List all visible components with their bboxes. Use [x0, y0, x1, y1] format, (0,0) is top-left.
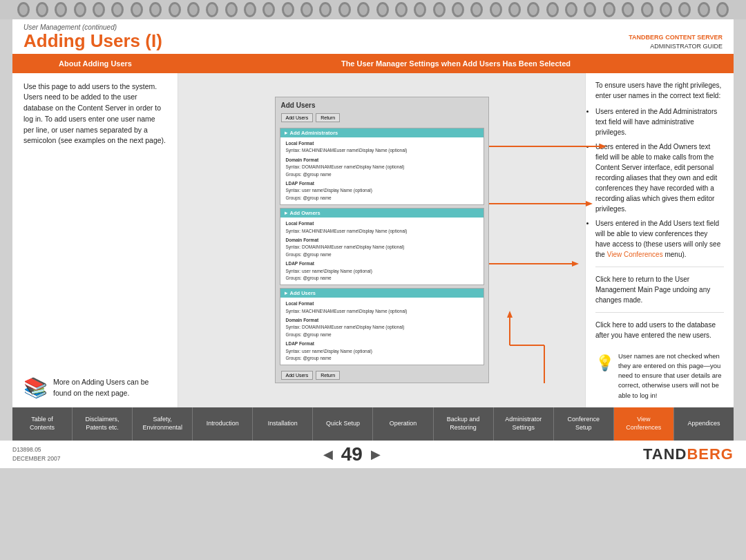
add-users-label: Add Users	[290, 290, 316, 296]
ui-btn-row-top: Add Users Return	[276, 110, 488, 125]
add-admins-label: Add Administrators	[290, 130, 338, 136]
add-admins-content: Local Format Syntax: MACHINE\NAMEuser na…	[280, 137, 484, 204]
spiral-ring	[698, 2, 710, 17]
spiral-ring	[622, 2, 634, 17]
spiral-ring	[490, 2, 502, 17]
nav-safety[interactable]: Safety,Environmental	[133, 407, 193, 441]
nav-operation[interactable]: Operation	[373, 407, 433, 441]
spiral-ring	[244, 2, 256, 17]
adding-users-link[interactable]: Adding Users	[82, 378, 125, 386]
spiral-ring	[131, 2, 143, 17]
left-para1: Use this page to add users to the system…	[23, 81, 166, 93]
spiral-ring	[74, 2, 86, 17]
return-btn-top[interactable]: Return	[316, 113, 340, 122]
nav-backup[interactable]: Backup andRestoring	[434, 407, 494, 441]
left-bottom: 📚 More on Adding Users can be found on t…	[23, 363, 166, 399]
spiral-ring	[357, 2, 370, 17]
divider2	[595, 312, 724, 313]
spiral-ring	[36, 2, 48, 17]
add-owners-label: Add Owners	[290, 210, 321, 216]
return-btn-bottom[interactable]: Return	[316, 371, 340, 380]
next-page-arrow[interactable]: ▶	[371, 447, 381, 462]
spiral-ring	[282, 2, 294, 17]
header-left: User Management (continued) Adding Users…	[23, 23, 162, 51]
center-panel: Add Users Add Users Return ▸ Add Adminis…	[178, 73, 585, 407]
spiral-ring	[319, 2, 332, 17]
spiral-ring	[470, 2, 483, 17]
brand-tandberg: TANDBERG	[629, 34, 663, 41]
spiral-ring	[17, 2, 30, 17]
section-tab-left: About Adding Users	[12, 54, 178, 73]
svg-marker-7	[507, 311, 513, 318]
spiral-ring	[395, 2, 408, 17]
nav-view-conferences[interactable]: ViewConferences	[614, 407, 674, 441]
spiral-ring	[452, 2, 464, 17]
doc-number: D13898.05	[12, 445, 60, 454]
add-users-btn-bottom[interactable]: Add Users	[281, 371, 314, 380]
spiral-ring	[187, 2, 200, 17]
spiral-ring	[55, 2, 67, 17]
footer-left: D13898.05 DECEMBER 2007	[12, 445, 60, 463]
add-admins-link[interactable]: Add Administrators	[659, 108, 717, 115]
doc-date: DECEMBER 2007	[12, 454, 60, 463]
spiral-ring	[546, 2, 559, 17]
tip-box: 💡 User names are not checked when they a…	[595, 351, 724, 400]
section-tab-right: The User Manager Settings when Add Users…	[178, 54, 734, 73]
brand-cs: CONTENT SERVER	[665, 34, 723, 41]
page-header: User Management (continued) Adding Users…	[12, 19, 734, 54]
tip-icon: 💡	[595, 351, 614, 374]
nav-admin-settings[interactable]: AdministratorSettings	[494, 407, 554, 441]
add-admins-header: ▸ Add Administrators	[280, 128, 484, 137]
brand-name: TANDBERG CONTENT SERVER	[629, 33, 723, 42]
spiral-ring	[641, 2, 653, 17]
spiral-ring	[262, 2, 275, 17]
header-right: TANDBERG CONTENT SERVER ADMINISTRATOR GU…	[629, 33, 723, 50]
spiral-ring	[527, 2, 539, 17]
nav-table-of-contents[interactable]: Table ofContents	[12, 407, 73, 441]
nav-conference-setup[interactable]: ConferenceSetup	[554, 407, 614, 441]
add-users-btn-top[interactable]: Add Users	[281, 113, 314, 122]
spiral-ring	[433, 2, 446, 17]
spiral-ring	[300, 2, 313, 17]
spiral-ring	[225, 2, 238, 17]
right-panel: To ensure users have the right privilege…	[585, 73, 734, 407]
header-title: Adding Users (I)	[23, 31, 162, 51]
svg-marker-5	[572, 261, 579, 267]
spiral-ring	[716, 2, 729, 17]
view-conferences-link[interactable]: View Conferences	[607, 251, 663, 258]
brand-prefix: TAND	[643, 445, 687, 463]
spiral-ring	[111, 2, 124, 17]
add-owners-content: Local Format Syntax: MACHINE\NAMEuser na…	[280, 218, 484, 284]
prev-page-arrow[interactable]: ◀	[323, 447, 333, 462]
nav-quick-setup[interactable]: Quick Setup	[313, 407, 373, 441]
page-footer: D13898.05 DECEMBER 2007 ◀ 49 ▶ TANDBERG	[0, 441, 746, 468]
right-bullets: Users entered in the Add Administrators …	[595, 106, 724, 260]
add-users-link[interactable]: Add Users	[659, 220, 691, 227]
guide-label: ADMINISTRATOR GUIDE	[629, 42, 723, 51]
brand-suffix: BERG	[687, 445, 734, 463]
spiral-ring	[678, 2, 691, 17]
book-icon: 📚	[23, 378, 48, 398]
divider1	[595, 267, 724, 267]
nav-appendices[interactable]: Appendices	[674, 407, 734, 441]
bullet-owners: Users entered in the Add Owners text fie…	[595, 142, 724, 214]
add-text: Click here to add users to the database …	[595, 320, 724, 340]
nav-installation[interactable]: Installation	[253, 407, 313, 441]
section-header-bar: About Adding Users The User Manager Sett…	[12, 54, 734, 73]
ui-ss-title: Add Users	[276, 97, 488, 110]
spiral-ring	[660, 2, 672, 17]
nav-introduction[interactable]: Introduction	[193, 407, 253, 441]
page-container: User Management (continued) Adding Users…	[12, 19, 734, 441]
add-admins-section: ▸ Add Administrators Local Format Syntax…	[280, 128, 484, 205]
right-intro: To ensure users have the right privilege…	[595, 80, 724, 101]
more-on-text: More on Adding Users can be found on the…	[53, 377, 166, 399]
spiral-ring	[206, 2, 218, 17]
spiral-ring	[376, 2, 389, 17]
add-owners-link[interactable]: Add Owners	[659, 143, 697, 151]
spiral-ring	[565, 2, 577, 17]
tip-text: User names are not checked when they are…	[618, 351, 724, 400]
nav-disclaimers[interactable]: Disclaimers,Patents etc.	[73, 407, 133, 441]
left-para2: Users need to be added to the user datab…	[23, 92, 166, 146]
left-panel: Use this page to add users to the system…	[12, 73, 178, 407]
spiral-ring	[414, 2, 426, 17]
